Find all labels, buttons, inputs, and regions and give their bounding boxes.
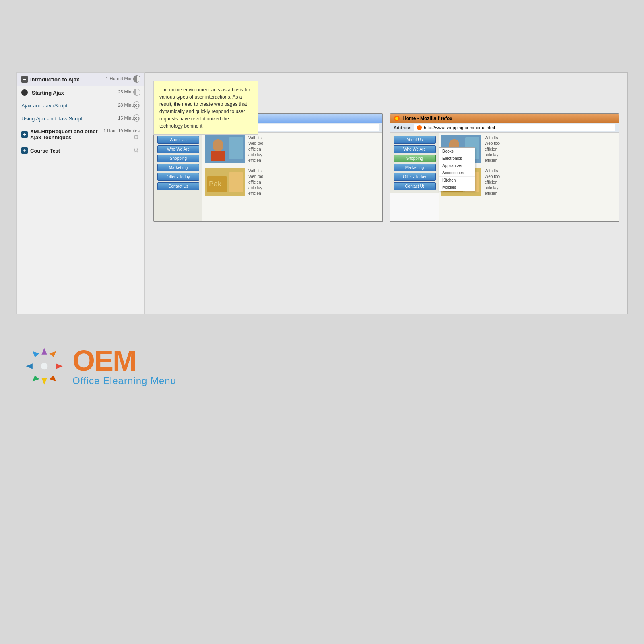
firefox-logo-icon bbox=[394, 115, 400, 122]
nav-btn-offer-today-ff[interactable]: Offer - Today bbox=[394, 173, 436, 181]
nav-btn-about-us-ie[interactable]: About Us bbox=[157, 136, 199, 144]
sidebar-item-intro-ajax[interactable]: − Introduction to Ajax 1 Hour 8 Minutes bbox=[17, 73, 144, 86]
expand-icon-xmlhttprequest[interactable]: + bbox=[21, 131, 28, 138]
nav-btn-who-we-are-ie[interactable]: Who We Are bbox=[157, 145, 199, 153]
collapse-icon[interactable]: − bbox=[21, 76, 28, 83]
dropdown-item-electronics[interactable]: Electronics bbox=[439, 155, 475, 162]
nav-btn-marketting-ie[interactable]: Marketting bbox=[157, 164, 199, 171]
browser-ff-titlebar: Home - Mozilla firefox bbox=[390, 114, 619, 123]
content-image-cashier-ie bbox=[205, 135, 245, 163]
tooltip-box: The online environment acts as a basis f… bbox=[153, 81, 258, 135]
svg-marker-29 bbox=[26, 363, 33, 369]
nav-btn-about-us-ff[interactable]: About Us bbox=[394, 136, 436, 144]
svg-rect-6 bbox=[211, 151, 225, 161]
progress-icon-starting-ajax bbox=[133, 89, 140, 96]
svg-marker-25 bbox=[56, 363, 63, 369]
browser-ie-content: About Us Who We Are Shopping Marketting … bbox=[154, 133, 382, 221]
nav-btn-contact-us-ff[interactable]: Contact Ut bbox=[394, 182, 436, 190]
sidebar-item-xmlhttprequest-duration: 1 Hour 19 Minutes bbox=[103, 128, 140, 133]
svg-point-31 bbox=[41, 363, 48, 370]
svg-marker-26 bbox=[50, 376, 56, 382]
svg-point-14 bbox=[417, 125, 422, 130]
sidebar-item-using-ajax[interactable]: Using Ajax and JavaScript 15 Minutes bbox=[17, 112, 144, 125]
sidebar-item-course-test[interactable]: + Course Test ⚙ bbox=[17, 144, 144, 157]
svg-marker-30 bbox=[33, 351, 39, 357]
oem-logo-icon bbox=[24, 346, 64, 386]
sidebar-item-starting-ajax-label: Starting Ajax bbox=[32, 90, 64, 96]
progress-icon-ajax-javascript bbox=[133, 101, 140, 109]
browser-ff-url-bar[interactable]: http://www.shopping.com/home.html bbox=[414, 124, 615, 131]
gear-icon-course-test: ⚙ bbox=[133, 147, 140, 154]
gear-icon-xmlhttprequest: ⚙ bbox=[133, 133, 140, 140]
sidebar-item-ajax-javascript[interactable]: Ajax and JavaScript 28 Minutes bbox=[17, 99, 144, 112]
logo-text-area: OEM Office Elearning Menu bbox=[72, 346, 176, 386]
content-block-ie-top: With itsWeb tooefficienable layefficien bbox=[202, 133, 382, 166]
browser-ff-nav-wrapper: About Us Who We Are Shopping Marketting … bbox=[390, 133, 439, 221]
svg-rect-5 bbox=[213, 139, 223, 151]
svg-rect-7 bbox=[229, 137, 243, 159]
content-block-ie-bottom: Bak With itsWeb tooefficienable layeffic… bbox=[202, 166, 382, 199]
svg-marker-27 bbox=[41, 378, 47, 385]
progress-icon-intro-ajax bbox=[133, 75, 140, 83]
tooltip-text: The online environment acts as a basis f… bbox=[159, 87, 250, 129]
svg-marker-23 bbox=[41, 348, 47, 355]
circle-icon-starting-ajax bbox=[21, 89, 28, 96]
content-text-ff-bottom: With ItsWeb tooefficienable layefficien bbox=[485, 168, 500, 196]
expand-icon-course-test[interactable]: + bbox=[21, 147, 28, 154]
dropdown-menu-ff: Books Electronics Appliances Accessories… bbox=[439, 147, 475, 191]
sidebar-item-course-test-label: Course Test bbox=[30, 148, 60, 154]
content-image-bakery-ie: Bak bbox=[205, 168, 245, 196]
logo-section: OEM Office Elearning Menu bbox=[24, 346, 620, 386]
logo-subtitle: Office Elearning Menu bbox=[72, 375, 176, 386]
content-text-ie-top: With itsWeb tooefficienable layefficien bbox=[248, 135, 263, 163]
browser-ff-window: Home - Mozilla firefox Address http://ww… bbox=[390, 113, 619, 222]
bottom-area: OEM Office Elearning Menu bbox=[0, 330, 644, 402]
sidebar-item-intro-ajax-label: Introduction to Ajax bbox=[30, 76, 79, 83]
browser-ff-address-label: Address bbox=[394, 125, 411, 130]
content-area: The online environment acts as a basis f… bbox=[145, 72, 628, 314]
sidebar-item-xmlhttprequest-label: XMLHttpRequest and other Ajax Techniques bbox=[30, 128, 103, 140]
sidebar-item-xmlhttprequest[interactable]: + XMLHttpRequest and other Ajax Techniqu… bbox=[17, 125, 144, 144]
browser-ff-title: Home - Mozilla firefox bbox=[402, 116, 452, 121]
browser-ie-main: With itsWeb tooefficienable layefficien … bbox=[202, 133, 382, 221]
browser-ie-nav: About Us Who We Are Shopping Marketting … bbox=[154, 133, 202, 221]
nav-btn-shopping-ie[interactable]: Shopping bbox=[157, 155, 199, 162]
nav-btn-marketting-ff[interactable]: Marketting bbox=[394, 164, 436, 171]
main-container: − Introduction to Ajax 1 Hour 8 Minutes … bbox=[0, 72, 644, 314]
dropdown-item-appliances[interactable]: Appliances bbox=[439, 162, 475, 169]
browser-ff-addressbar: Address http://www.shopping.com/home.htm… bbox=[390, 123, 619, 133]
browser-ff-url: http://www.shopping.com/home.html bbox=[424, 125, 495, 130]
nav-btn-shopping-ff[interactable]: Shopping bbox=[394, 155, 436, 162]
svg-text:Bak: Bak bbox=[209, 180, 222, 188]
nav-btn-offer-today-ie[interactable]: Offer - Today bbox=[157, 173, 199, 181]
content-text-ie-bottom: With itsWeb tooefficienable layefficien bbox=[248, 168, 263, 196]
dropdown-item-mobiles[interactable]: Mobiles bbox=[439, 184, 475, 191]
sidebar-item-starting-ajax[interactable]: Starting Ajax 25 Minutes bbox=[17, 86, 144, 99]
browser-ff-content: About Us Who We Are Shopping Marketting … bbox=[390, 133, 619, 221]
sidebar: − Introduction to Ajax 1 Hour 8 Minutes … bbox=[16, 72, 145, 314]
svg-rect-11 bbox=[229, 172, 243, 192]
logo-title: OEM bbox=[72, 346, 176, 375]
browser-ff-nav: About Us Who We Are Shopping Marketting … bbox=[390, 133, 439, 193]
svg-marker-28 bbox=[33, 376, 39, 382]
sidebar-item-ajax-javascript-label: Ajax and JavaScript bbox=[21, 103, 68, 109]
nav-btn-who-we-are-ff[interactable]: Who We Are bbox=[394, 145, 436, 153]
progress-icon-using-ajax bbox=[133, 114, 140, 122]
svg-marker-24 bbox=[50, 351, 56, 357]
svg-point-13 bbox=[395, 117, 398, 120]
dropdown-item-books[interactable]: Books bbox=[439, 148, 475, 155]
nav-btn-contact-us-ie[interactable]: Contact Us bbox=[157, 182, 199, 190]
content-text-ff-top: With ItsWeb tooefficienable layefficien bbox=[485, 135, 500, 163]
top-spacer bbox=[0, 0, 644, 72]
sidebar-item-using-ajax-label: Using Ajax and JavaScript bbox=[21, 116, 82, 122]
dropdown-item-accessories[interactable]: Accessories bbox=[439, 169, 475, 177]
ff-favicon-icon bbox=[417, 125, 422, 130]
dropdown-item-kitchen[interactable]: Kitchen bbox=[439, 177, 475, 184]
